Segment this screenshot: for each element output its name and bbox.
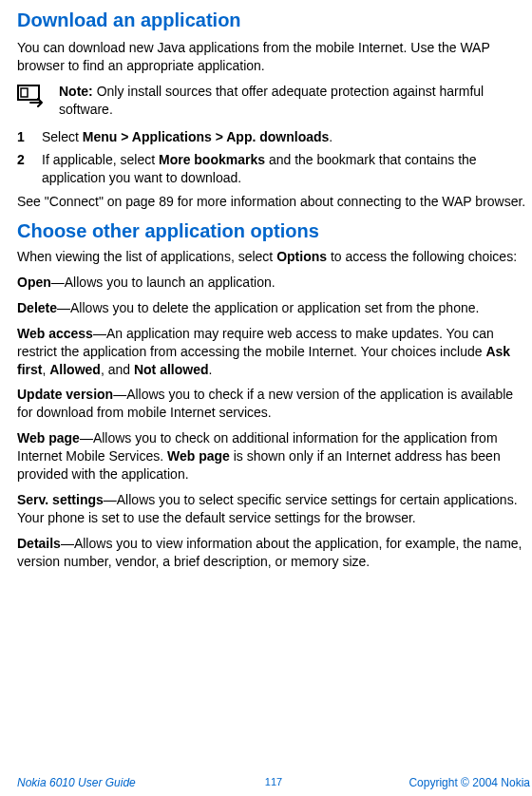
step-text-bold: More bookmarks: [159, 152, 265, 167]
option-delete: Delete—Allows you to delete the applicat…: [17, 299, 532, 317]
option-term: Details: [17, 536, 61, 551]
note-label: Note:: [59, 84, 93, 99]
option-web-page: Web page—Allows you to check on addition…: [17, 429, 532, 483]
bold-not-allowed: Not allowed: [134, 362, 209, 377]
heading-options: Choose other application options: [17, 218, 532, 244]
step-number: 1: [17, 128, 42, 146]
option-desc: —Allows you to delete the application or…: [57, 300, 479, 315]
text: to access the following choices:: [327, 249, 517, 264]
option-open: Open—Allows you to launch an application…: [17, 274, 532, 292]
text: When viewing the list of applications, s…: [17, 249, 276, 264]
footer-copyright: Copyright © 2004 Nokia: [408, 775, 530, 790]
step-body: Select Menu > Applications > App. downlo…: [42, 128, 532, 146]
option-term: Serv. settings: [17, 492, 104, 507]
bold-allowed: Allowed: [49, 362, 101, 377]
step-number: 2: [17, 151, 42, 187]
step-text-pre: Select: [42, 129, 83, 144]
option-details: Details—Allows you to view information a…: [17, 535, 532, 571]
step-body: If applicable, select More bookmarks and…: [42, 151, 532, 187]
option-term: Web access: [17, 326, 93, 341]
text: .: [209, 362, 213, 377]
note-block: Note: Only install sources that offer ad…: [17, 83, 532, 119]
step-1: 1 Select Menu > Applications > App. down…: [17, 128, 532, 146]
options-bold: Options: [276, 249, 327, 264]
step-2: 2 If applicable, select More bookmarks a…: [17, 151, 532, 187]
page-footer: Nokia 6010 User Guide 117 Copyright © 20…: [17, 775, 530, 790]
when-viewing: When viewing the list of applications, s…: [17, 248, 532, 266]
svg-rect-1: [21, 88, 28, 97]
note-icon: [17, 85, 49, 107]
option-serv-settings: Serv. settings—Allows you to select spec…: [17, 491, 532, 527]
bold-web-page-inline: Web page: [167, 448, 230, 464]
option-web-access: Web access—An application may require we…: [17, 325, 532, 379]
note-text: Note: Only install sources that offer ad…: [59, 83, 532, 119]
option-desc: —Allows you to view information about th…: [17, 536, 522, 569]
text: , and: [101, 362, 134, 377]
option-term: Update version: [17, 387, 113, 402]
footer-page-number: 117: [265, 775, 282, 789]
step-text-pre: If applicable, select: [42, 152, 159, 167]
option-term: Delete: [17, 300, 57, 315]
option-desc: —Allows you to launch an application.: [51, 275, 276, 290]
step-text-post: .: [329, 129, 332, 144]
heading-download: Download an application: [17, 8, 532, 33]
option-term: Web page: [17, 430, 80, 445]
footer-guide-title: Nokia 6010 User Guide: [17, 775, 136, 790]
intro-paragraph: You can download new Java applications f…: [17, 39, 532, 75]
option-update: Update version—Allows you to check if a …: [17, 386, 532, 422]
option-term: Open: [17, 275, 51, 290]
step-text-bold: Menu > Applications > App. downloads: [83, 129, 330, 144]
see-connect: See "Connect" on page 89 for more inform…: [17, 193, 532, 211]
note-body: Only install sources that offer adequate…: [59, 84, 484, 117]
